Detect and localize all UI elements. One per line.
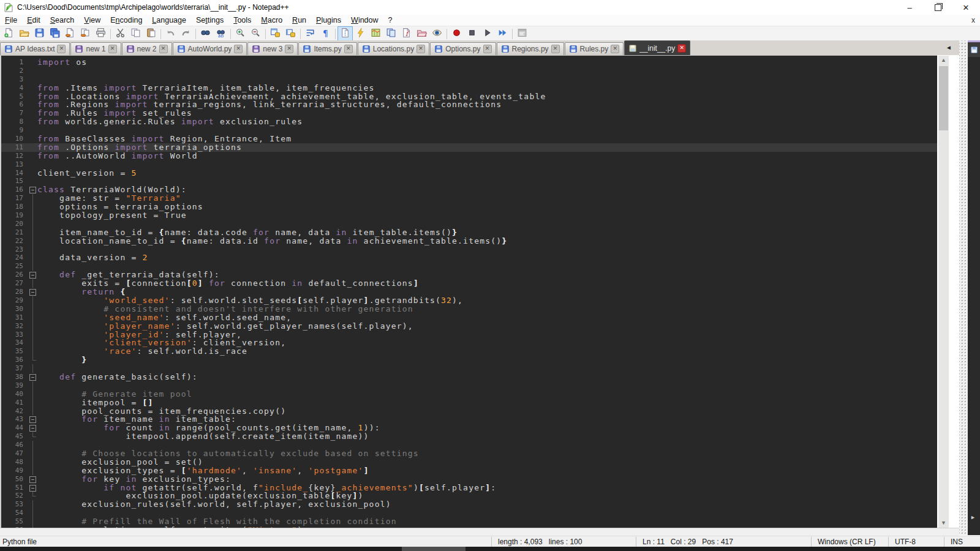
scrollbar-thumb[interactable]	[939, 66, 948, 130]
menu-help[interactable]: ?	[383, 15, 398, 26]
status-insert-mode[interactable]: INS	[944, 537, 980, 547]
code-line[interactable]: 15	[1, 177, 937, 186]
document-map-button[interactable]	[368, 26, 383, 41]
close-all-button[interactable]	[78, 26, 93, 41]
tab-close-icon[interactable]: ✕	[677, 44, 686, 53]
code-line[interactable]: 41 itempool = []	[1, 399, 937, 407]
view-splitter-handle[interactable]	[959, 40, 968, 535]
menu-window[interactable]: Window	[346, 15, 383, 26]
document-list-button[interactable]	[383, 26, 399, 41]
monitoring-button[interactable]	[429, 26, 445, 41]
code-line[interactable]: 30 # consistent and doesn't interfere wi…	[1, 305, 937, 313]
code-line[interactable]: 48 exclusion_pool = set()	[1, 458, 937, 467]
code-line[interactable]: 49 exclusion_types = ['hardmode', 'insan…	[1, 467, 937, 475]
word-wrap-button[interactable]	[303, 26, 318, 41]
status-encoding[interactable]: UTF-8	[888, 537, 944, 547]
print-button[interactable]	[93, 26, 108, 41]
code-line[interactable]: 24 data_version = 2	[1, 253, 937, 262]
tab-close-icon[interactable]: ✕	[234, 45, 243, 53]
code-line[interactable]: 18 options = terraria_options	[1, 203, 937, 211]
code-line[interactable]: 46	[1, 441, 937, 449]
code-line[interactable]: 50− for key in exclusion_types:	[1, 475, 937, 484]
code-line-current[interactable]: 11from .Options import terraria_options	[1, 143, 937, 152]
cut-button[interactable]	[113, 26, 128, 41]
sync-scroll-vertical-button[interactable]	[268, 26, 283, 41]
sync-scroll-horizontal-button[interactable]	[283, 26, 298, 41]
fold-collapse-icon[interactable]: −	[28, 475, 37, 484]
code-line[interactable]: 43− for item_name in item_table:	[1, 415, 937, 424]
code-line[interactable]: 20	[1, 220, 937, 228]
menu-file[interactable]: File	[0, 15, 22, 26]
tab-items-py[interactable]: Items.py✕	[298, 42, 356, 55]
paste-button[interactable]	[143, 26, 159, 41]
code-line[interactable]: 12from ..AutoWorld import World	[1, 152, 937, 160]
code-line[interactable]: 54	[1, 509, 937, 517]
tab-close-icon[interactable]: ✕	[57, 45, 66, 53]
show-all-characters-button[interactable]: ¶	[318, 26, 333, 41]
undo-button[interactable]	[163, 26, 178, 41]
code-line[interactable]: 9	[1, 126, 937, 135]
code-line[interactable]: 52 exclusion_pool.update(exclusion_table…	[1, 492, 937, 500]
code-line[interactable]: 55 # Prefill the Wall of Flesh with the …	[1, 517, 937, 526]
vertical-scrollbar[interactable]: ▲ ▼	[938, 56, 949, 528]
show-indent-guide-button[interactable]	[337, 26, 353, 41]
code-editor[interactable]: 1import os234from .Items import Terraria…	[0, 55, 937, 528]
menu-tools[interactable]: Tools	[228, 15, 256, 26]
minimize-button[interactable]: –	[895, 0, 924, 15]
secondary-view-tab[interactable]	[968, 40, 980, 57]
tab-autoworld-py[interactable]: AutoWorld.py✕	[173, 42, 247, 55]
code-line[interactable]: 21 item_name_to_id = {name: data.code fo…	[1, 228, 937, 237]
code-line[interactable]: 25	[1, 262, 937, 271]
fold-collapse-icon[interactable]: −	[28, 424, 37, 432]
code-line[interactable]: 45 itempool.append(self.create_item(item…	[1, 432, 937, 441]
code-line[interactable]: 51− if not getattr(self.world, f"include…	[1, 484, 937, 492]
horizontal-scrollbar[interactable]	[0, 528, 959, 536]
tab-rules-py[interactable]: Rules.py✕	[565, 42, 624, 55]
code-line[interactable]: 6from .Regions import terraria_regions, …	[1, 100, 937, 109]
redo-button[interactable]	[178, 26, 194, 41]
plugin-misc-button[interactable]	[514, 26, 530, 41]
code-line[interactable]: 35 'race': self.world.is_race	[1, 347, 937, 356]
tab-close-icon[interactable]: ✕	[483, 45, 492, 53]
menu-language[interactable]: Language	[147, 15, 191, 26]
replace-button[interactable]: ab	[213, 26, 228, 41]
copy-button[interactable]	[128, 26, 143, 41]
code-line[interactable]: 14client_version = 5	[1, 169, 937, 178]
tab-close-icon[interactable]: ✕	[285, 45, 293, 53]
scroll-down-arrow-icon[interactable]: ▼	[938, 519, 949, 528]
code-line[interactable]: 39	[1, 381, 937, 390]
zoom-in-button[interactable]	[233, 26, 248, 41]
code-line[interactable]: 37	[1, 364, 937, 373]
code-line[interactable]: 33 'player_id': self.player,	[1, 331, 937, 339]
tab-locations-py[interactable]: Locations.py✕	[358, 42, 429, 55]
tab--init-py[interactable]: __init__.py✕	[624, 40, 690, 55]
code-line[interactable]: 16−class TerrariaWorld(World):	[1, 186, 937, 194]
code-line[interactable]: 4from .Items import TerrariaItem, item_t…	[1, 84, 937, 92]
code-line[interactable]: 23	[1, 246, 937, 254]
code-line[interactable]: 53 exclusion_rules(self.world, self.play…	[1, 500, 937, 509]
fold-collapse-icon[interactable]: −	[28, 271, 37, 279]
code-line[interactable]: 40 # Generate item pool	[1, 390, 937, 399]
tab-scroll-left-button[interactable]: ◄	[946, 44, 952, 51]
scroll-up-arrow-icon[interactable]: ▲	[938, 56, 949, 65]
code-line[interactable]: 19 topology_present = True	[1, 211, 937, 220]
menu-macro[interactable]: Macro	[256, 15, 287, 26]
code-line[interactable]: 3	[1, 75, 937, 84]
save-button[interactable]	[32, 26, 47, 41]
function-list-button[interactable]: f	[399, 26, 414, 41]
zoom-out-button[interactable]	[248, 26, 263, 41]
menu-settings[interactable]: Settings	[191, 15, 228, 26]
tab-new-1[interactable]: new 1✕	[70, 42, 121, 55]
code-line[interactable]: 47 # Choose locations to automatically e…	[1, 449, 937, 458]
fold-collapse-icon[interactable]: −	[28, 373, 37, 381]
secondary-scroll-right-icon[interactable]: ►	[970, 514, 976, 520]
macro-record-button[interactable]	[449, 26, 464, 41]
tab-regions-py[interactable]: Regions.py✕	[497, 42, 564, 55]
menu-encoding[interactable]: Encoding	[105, 15, 147, 26]
macro-play-button[interactable]	[480, 26, 495, 41]
tab-options-py[interactable]: Options.py✕	[430, 42, 496, 55]
menubar-close-document-button[interactable]: x	[971, 15, 975, 26]
tab-close-icon[interactable]: ✕	[108, 45, 117, 53]
menu-view[interactable]: View	[79, 15, 105, 26]
tab-close-icon[interactable]: ✕	[159, 45, 168, 53]
